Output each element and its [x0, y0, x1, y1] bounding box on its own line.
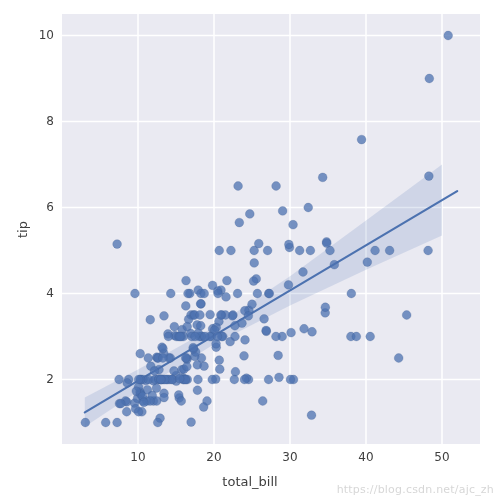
data-point: [295, 246, 304, 255]
data-point: [164, 332, 173, 341]
data-point: [235, 218, 244, 227]
data-point: [363, 258, 372, 267]
data-point: [113, 240, 122, 249]
data-point: [200, 332, 209, 341]
scatter-regression-figure: 246810 1020304050 total_bill tip https:/…: [0, 0, 500, 500]
data-point: [183, 322, 192, 331]
data-point: [156, 375, 165, 384]
data-point: [308, 327, 317, 336]
data-point: [187, 418, 196, 427]
data-point: [307, 411, 316, 420]
data-point: [153, 418, 162, 427]
data-point: [115, 375, 124, 384]
data-point: [260, 314, 269, 323]
data-point: [181, 354, 190, 363]
data-point: [136, 349, 145, 358]
data-point: [216, 311, 225, 320]
data-point: [322, 239, 331, 248]
data-point: [191, 332, 200, 341]
y-tick-label: 4: [46, 286, 54, 300]
x-tick-label: 50: [432, 450, 452, 464]
data-point: [347, 289, 356, 298]
data-point: [258, 397, 267, 406]
data-point: [208, 375, 217, 384]
data-point: [394, 354, 403, 363]
data-point: [299, 268, 308, 277]
data-point: [321, 303, 330, 312]
data-point: [159, 344, 168, 353]
data-point: [226, 337, 235, 346]
data-point: [139, 398, 148, 407]
data-point: [200, 289, 209, 298]
data-point: [170, 322, 179, 331]
data-point: [253, 289, 262, 298]
data-point: [182, 362, 191, 371]
data-point: [318, 173, 327, 182]
data-point: [182, 276, 191, 285]
data-point: [248, 300, 257, 309]
data-point: [230, 375, 239, 384]
data-point: [199, 403, 208, 412]
data-point: [214, 289, 223, 298]
data-point: [286, 375, 295, 384]
data-point: [306, 246, 315, 255]
data-point: [424, 172, 433, 181]
data-point: [330, 260, 339, 269]
data-point: [249, 277, 258, 286]
data-point: [371, 246, 380, 255]
data-point: [196, 311, 205, 320]
data-point: [264, 375, 273, 384]
data-point: [223, 276, 232, 285]
data-point: [284, 281, 293, 290]
data-point: [272, 332, 281, 341]
x-tick-label: 10: [128, 450, 148, 464]
data-point: [131, 289, 140, 298]
data-point: [177, 397, 186, 406]
data-point: [366, 332, 375, 341]
data-point: [122, 407, 131, 416]
data-point: [175, 374, 184, 383]
data-point: [352, 332, 361, 341]
data-point: [275, 373, 284, 382]
data-point: [385, 246, 394, 255]
data-point: [189, 343, 198, 352]
data-point: [196, 299, 205, 308]
data-point: [134, 375, 143, 384]
data-point: [233, 289, 242, 298]
data-point: [215, 365, 224, 374]
data-point: [262, 326, 271, 335]
data-point: [160, 393, 169, 402]
data-point: [193, 386, 202, 395]
data-point: [184, 289, 193, 298]
data-point: [116, 399, 125, 408]
data-point: [244, 311, 253, 320]
data-point: [357, 135, 366, 144]
data-point: [240, 375, 249, 384]
data-point: [166, 289, 175, 298]
data-point: [444, 31, 453, 40]
data-point: [194, 375, 203, 384]
data-point: [215, 356, 224, 365]
data-point: [206, 310, 215, 319]
data-point: [150, 367, 159, 376]
data-point: [200, 362, 209, 371]
data-point: [240, 351, 249, 360]
data-point: [287, 328, 296, 337]
plot-area: [62, 14, 480, 444]
data-point: [300, 324, 309, 333]
data-point: [146, 315, 155, 324]
data-point: [160, 311, 169, 320]
data-point: [101, 418, 110, 427]
data-point: [208, 281, 217, 290]
y-axis-label: tip: [12, 0, 32, 460]
data-point: [123, 379, 132, 388]
data-point: [227, 246, 236, 255]
data-point: [272, 182, 281, 191]
x-tick-label: 40: [356, 450, 376, 464]
y-tick-label: 6: [46, 200, 54, 214]
y-tick-label: 2: [46, 372, 54, 386]
data-point: [250, 259, 259, 268]
data-point: [144, 354, 153, 363]
data-point: [170, 367, 179, 376]
data-point: [113, 418, 122, 427]
